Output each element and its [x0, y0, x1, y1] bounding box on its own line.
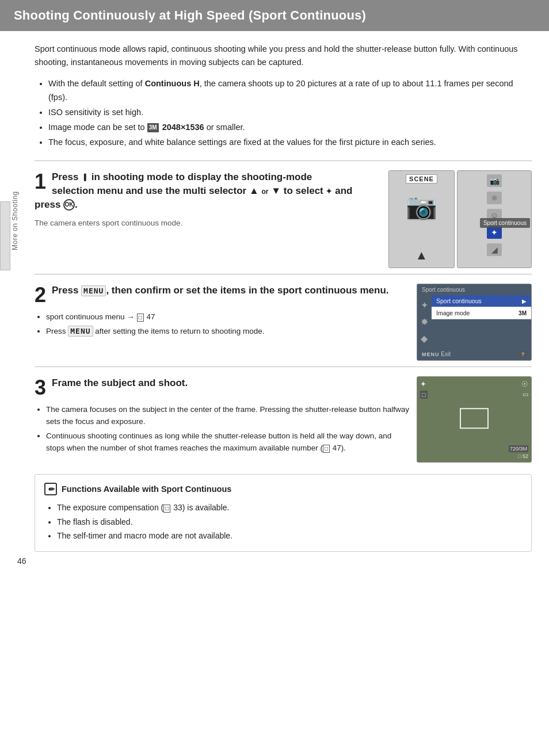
step-3-clearfix: ✦ ☉ □ ▭ 720/3M □ 52: [35, 376, 532, 463]
step-1-desc: The camera enters sport continuous mode.: [35, 217, 353, 229]
screen2-footer: MENU Exit ?: [417, 349, 531, 360]
step-2-title: 2 Press MENU, then confirm or set the it…: [35, 284, 411, 306]
screen2-header: Sport continuous: [417, 284, 531, 295]
menu-icon-5: ◢: [487, 243, 502, 256]
sport-continuous-tooltip: Sport continuous: [480, 218, 530, 228]
note-icon: ✏: [44, 483, 57, 495]
note-box: ✏ Functions Available with Sport Continu…: [35, 474, 532, 552]
intro-bullet-2: ISO sensitivity is set high.: [48, 106, 532, 119]
viewfinder-sport-icon: ✦: [420, 380, 426, 388]
vf-icon-frames: □ 52: [518, 453, 528, 459]
viewfinder-second-row: □ ▭: [420, 391, 528, 399]
note-bullet-1: The exposure compensation (□ 33) is avai…: [57, 501, 522, 514]
step-2-screen-wrap: Sport continuous ✦ ✸ ◆ Sport continuous …: [417, 284, 532, 361]
step-1-section: 1 Press ⏽ in shooting mode to display th…: [35, 161, 532, 268]
menu-icon-4-selected: ✦: [487, 226, 502, 239]
menu-icon-1: 📷: [487, 174, 502, 187]
intro-bullet-list: With the default setting of Continuous H…: [35, 77, 532, 149]
viewfinder-top-icons: ✦ ☉: [420, 380, 528, 388]
screen2-row-2-value: 3M: [518, 310, 527, 316]
step-1-screen: SCENE 📷 ▲ 📷 ⚛ ☺ ✦ ◢ Sport continuous: [365, 170, 532, 268]
menu-icon-2: ⚛: [487, 192, 502, 204]
screen2-row-1: Sport continuous ▶: [432, 295, 531, 307]
intro-bullet-1: With the default setting of Continuous H…: [48, 77, 532, 104]
scene-label: SCENE: [406, 174, 437, 184]
image-mode-icon: 3M: [147, 123, 159, 132]
screen2-footer-text: MENU Exit: [422, 351, 451, 358]
page-header: Shooting Continuously at High Speed (Spo…: [0, 0, 549, 31]
screen2-row-1-label: Sport continuous: [436, 297, 482, 304]
viewfinder-battery-icon: ▭: [523, 391, 528, 399]
camera-mode-icon: ⏽: [81, 173, 89, 183]
screen2-body: ✦ ✸ ◆ Sport continuous ▶ Image mode 3: [417, 295, 531, 349]
ref-box-3: □: [163, 505, 170, 513]
screen2-other-icon: ✸: [421, 316, 428, 327]
camera-big-icon: 📷: [406, 192, 437, 222]
step-3-screen-wrap: ✦ ☉ □ ▭ 720/3M □ 52: [417, 376, 532, 463]
screen2-third-icon: ◆: [421, 333, 428, 344]
step-2-section: Sport continuous ✦ ✸ ◆ Sport continuous …: [35, 274, 532, 361]
screen2-icons: ✦ ✸ ◆: [417, 295, 432, 349]
step-1-title: 1 Press ⏽ in shooting mode to display th…: [35, 170, 353, 211]
screen2-menu: Sport continuous ▶ Image mode 3M: [432, 295, 531, 349]
step-1-right: SCENE 📷 ▲ 📷 ⚛ ☺ ✦ ◢ Sport continuous: [365, 170, 532, 268]
screen2-sport-icon: ✦: [421, 300, 428, 311]
arrow-up-icon: ▲: [415, 248, 428, 263]
page-number: 46: [17, 556, 26, 566]
intro-bullet-4: The focus, exposure, and white balance s…: [48, 136, 532, 149]
intro-bullet-3: Image mode can be set to 3M 2048×1536 or…: [48, 121, 532, 134]
page-title: Shooting Continuously at High Speed (Spo…: [14, 8, 535, 23]
viewfinder-settings-icon: ☉: [521, 380, 528, 388]
step-2-screen: Sport continuous ✦ ✸ ◆ Sport continuous …: [417, 284, 532, 361]
step-2-number: 2: [35, 285, 46, 306]
sport-icon: ✦: [326, 186, 332, 197]
menu-word-2: MENU: [68, 326, 93, 337]
step-3-title: 3 Frame the subject and shoot.: [35, 376, 411, 398]
main-content: Sport continuous mode allows rapid, cont…: [0, 31, 549, 575]
step-1-number: 1: [35, 171, 46, 192]
screen2-row-2: Image mode 3M: [432, 307, 531, 319]
step-3-screen: ✦ ☉ □ ▭ 720/3M □ 52: [417, 376, 532, 463]
vf-icon-720: 720/3M: [509, 445, 528, 452]
step-2-clearfix: Sport continuous ✦ ✸ ◆ Sport continuous …: [35, 284, 532, 361]
step-1-left: 1 Press ⏽ in shooting mode to display th…: [35, 170, 365, 268]
scene-panel: SCENE 📷 ▲: [388, 170, 455, 268]
note-bullet-3: The self-timer and macro mode are not av…: [57, 529, 522, 542]
ok-button-icon: OK: [63, 199, 75, 211]
step-3-number: 3: [35, 377, 46, 398]
intro-paragraph: Sport continuous mode allows rapid, cont…: [35, 43, 532, 69]
note-bullets: The exposure compensation (□ 33) is avai…: [44, 501, 522, 542]
ref-box-2: □: [323, 445, 330, 453]
viewfinder-bottom-right: 720/3M □ 52: [509, 445, 528, 459]
focus-bracket: [460, 408, 489, 429]
ref-box-1: □: [137, 314, 144, 322]
icon-menu-panel: 📷 ⚛ ☺ ✦ ◢ Sport continuous: [457, 170, 532, 268]
step-3-section: ✦ ☉ □ ▭ 720/3M □ 52: [35, 366, 532, 463]
screen2-row-2-label: Image mode: [436, 310, 470, 316]
screen2-row-1-value: ▶: [522, 298, 527, 304]
screen2-footer-help: ?: [519, 351, 527, 358]
note-bullet-2: The flash is disabled.: [57, 516, 522, 528]
menu-word-1: MENU: [81, 285, 106, 296]
note-title: ✏ Functions Available with Sport Continu…: [44, 483, 522, 495]
icon-menu-row: 📷 ⚛ ☺ ✦ ◢: [458, 171, 531, 259]
viewfinder-flash-icon: □: [420, 391, 428, 399]
note-title-text: Functions Available with Sport Continuou…: [62, 484, 231, 494]
